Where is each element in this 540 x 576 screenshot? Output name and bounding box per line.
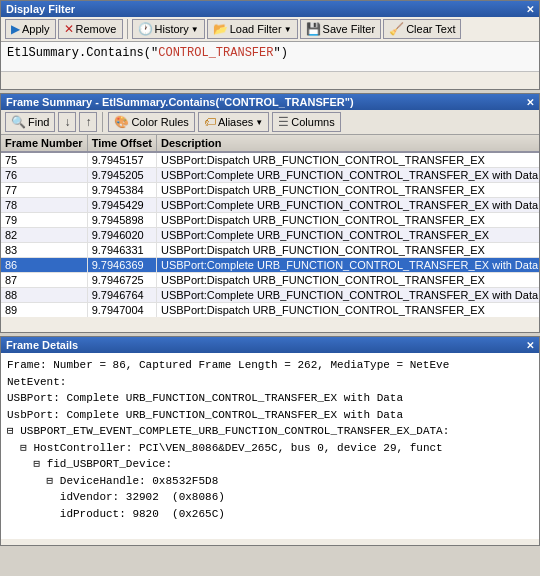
table-cell: 9.7947004 [87, 303, 156, 318]
table-row[interactable]: 779.7945384USBPort:Dispatch URB_FUNCTION… [1, 183, 539, 198]
history-dropdown-arrow: ▼ [191, 25, 199, 34]
sort-up-icon: ↑ [85, 115, 91, 129]
display-filter-label: Display Filter [6, 3, 75, 15]
frame-table-body: 759.7945157USBPort:Dispatch URB_FUNCTION… [1, 152, 539, 317]
table-row[interactable]: 799.7945898USBPort:Dispatch URB_FUNCTION… [1, 213, 539, 228]
table-cell: 75 [1, 152, 87, 168]
remove-icon: ✕ [64, 22, 74, 36]
table-cell: USBPort:Dispatch URB_FUNCTION_CONTROL_TR… [156, 213, 539, 228]
details-line: ⊟ HostController: PCI\VEN_8086&DEV_265C,… [7, 440, 533, 457]
table-cell: 9.7945429 [87, 198, 156, 213]
table-row[interactable]: 869.7946369USBPort:Complete URB_FUNCTION… [1, 258, 539, 273]
columns-icon: ☰ [278, 115, 289, 129]
sort-down-icon: ↓ [64, 115, 70, 129]
frame-summary-panel: Frame Summary - EtlSummary.Contains("CON… [0, 93, 540, 333]
table-cell: USBPort:Dispatch URB_FUNCTION_CONTROL_TR… [156, 273, 539, 288]
apply-icon: ▶ [11, 22, 20, 36]
table-cell: USBPort:Dispatch URB_FUNCTION_CONTROL_TR… [156, 183, 539, 198]
details-line: NetEvent: [7, 374, 533, 391]
table-cell: USBPort:Complete URB_FUNCTION_CONTROL_TR… [156, 258, 539, 273]
details-line: idVendor: 32902 (0x8086) [7, 489, 533, 506]
table-row[interactable]: 839.7946331USBPort:Dispatch URB_FUNCTION… [1, 243, 539, 258]
filter-input-area[interactable]: EtlSummary.Contains("CONTROL_TRANSFER") [1, 42, 539, 72]
table-cell: 76 [1, 168, 87, 183]
find-button[interactable]: 🔍 Find [5, 112, 55, 132]
table-row[interactable]: 899.7947004USBPort:Dispatch URB_FUNCTION… [1, 303, 539, 318]
table-cell: USBPort:Dispatch URB_FUNCTION_CONTROL_TR… [156, 243, 539, 258]
aliases-icon: 🏷 [204, 115, 216, 129]
display-filter-close[interactable]: ✕ [526, 4, 534, 15]
col-frame-number[interactable]: Frame Number [1, 135, 87, 152]
history-button[interactable]: 🕐 History ▼ [132, 19, 205, 39]
sort-up-button[interactable]: ↑ [79, 112, 97, 132]
columns-button[interactable]: ☰ Columns [272, 112, 340, 132]
details-line: USBPort: Complete URB_FUNCTION_CONTROL_T… [7, 390, 533, 407]
table-cell: 9.7945157 [87, 152, 156, 168]
details-line: Frame: Number = 86, Captured Frame Lengt… [7, 357, 533, 374]
sort-down-button[interactable]: ↓ [58, 112, 76, 132]
table-cell: 78 [1, 198, 87, 213]
table-cell: 9.7945384 [87, 183, 156, 198]
table-cell: 9.7946764 [87, 288, 156, 303]
table-header-row: Frame Number Time Offset Description [1, 135, 539, 152]
frame-details-panel: Frame Details ✕ Frame: Number = 86, Capt… [0, 336, 540, 546]
table-cell: 9.7945205 [87, 168, 156, 183]
aliases-dropdown-arrow: ▼ [255, 118, 263, 127]
filter-highlight: CONTROL_TRANSFER [158, 46, 273, 60]
frame-details-title: Frame Details ✕ [1, 337, 539, 353]
display-filter-panel: Display Filter ✕ ▶ Apply ✕ Remove 🕐 Hist… [0, 0, 540, 90]
table-row[interactable]: 769.7945205USBPort:Complete URB_FUNCTION… [1, 168, 539, 183]
table-cell: USBPort:Complete URB_FUNCTION_CONTROL_TR… [156, 198, 539, 213]
summary-toolbar: 🔍 Find ↓ ↑ 🎨 Color Rules 🏷 Aliases ▼ ☰ C… [1, 110, 539, 135]
load-filter-icon: 📂 [213, 22, 228, 36]
table-row[interactable]: 759.7945157USBPort:Dispatch URB_FUNCTION… [1, 152, 539, 168]
col-time-offset[interactable]: Time Offset [87, 135, 156, 152]
apply-button[interactable]: ▶ Apply [5, 19, 56, 39]
table-cell: 83 [1, 243, 87, 258]
table-cell: 87 [1, 273, 87, 288]
details-line: ⊟ fid_USBPORT_Device: [7, 456, 533, 473]
col-description[interactable]: Description [156, 135, 539, 152]
color-rules-icon: 🎨 [114, 115, 129, 129]
table-cell: USBPort:Complete URB_FUNCTION_CONTROL_TR… [156, 168, 539, 183]
table-row[interactable]: 789.7945429USBPort:Complete URB_FUNCTION… [1, 198, 539, 213]
table-cell: 9.7946331 [87, 243, 156, 258]
sep1 [127, 19, 128, 39]
table-cell: 88 [1, 288, 87, 303]
table-cell: USBPort:Complete URB_FUNCTION_CONTROL_TR… [156, 228, 539, 243]
frame-details-content: Frame: Number = 86, Captured Frame Lengt… [1, 353, 539, 539]
details-line: ⊟ DeviceHandle: 0x8532F5D8 [7, 473, 533, 490]
table-cell: 9.7946369 [87, 258, 156, 273]
aliases-button[interactable]: 🏷 Aliases ▼ [198, 112, 269, 132]
table-row[interactable]: 889.7946764USBPort:Complete URB_FUNCTION… [1, 288, 539, 303]
table-cell: 86 [1, 258, 87, 273]
frame-summary-label: Frame Summary - EtlSummary.Contains("CON… [6, 96, 354, 108]
load-filter-button[interactable]: 📂 Load Filter ▼ [207, 19, 298, 39]
sep2 [102, 112, 103, 132]
table-cell: 9.7946020 [87, 228, 156, 243]
display-filter-toolbar: ▶ Apply ✕ Remove 🕐 History ▼ 📂 Load Filt… [1, 17, 539, 42]
find-icon: 🔍 [11, 115, 26, 129]
clear-text-button[interactable]: 🧹 Clear Text [383, 19, 461, 39]
table-cell: 77 [1, 183, 87, 198]
color-rules-button[interactable]: 🎨 Color Rules [108, 112, 194, 132]
remove-button[interactable]: ✕ Remove [58, 19, 123, 39]
save-filter-button[interactable]: 💾 Save Filter [300, 19, 382, 39]
frame-table: Frame Number Time Offset Description 759… [1, 135, 539, 317]
frame-summary-title: Frame Summary - EtlSummary.Contains("CON… [1, 94, 539, 110]
frame-table-container: Frame Number Time Offset Description 759… [1, 135, 539, 317]
table-cell: 9.7946725 [87, 273, 156, 288]
table-row[interactable]: 829.7946020USBPort:Complete URB_FUNCTION… [1, 228, 539, 243]
clear-text-icon: 🧹 [389, 22, 404, 36]
table-cell: USBPort:Complete URB_FUNCTION_CONTROL_TR… [156, 288, 539, 303]
table-cell: 9.7945898 [87, 213, 156, 228]
history-icon: 🕐 [138, 22, 153, 36]
frame-details-close[interactable]: ✕ [526, 340, 534, 351]
frame-summary-close[interactable]: ✕ [526, 97, 534, 108]
table-cell: 79 [1, 213, 87, 228]
load-dropdown-arrow: ▼ [284, 25, 292, 34]
table-cell: USBPort:Dispatch URB_FUNCTION_CONTROL_TR… [156, 303, 539, 318]
details-line: idProduct: 9820 (0x265C) [7, 506, 533, 523]
table-row[interactable]: 879.7946725USBPort:Dispatch URB_FUNCTION… [1, 273, 539, 288]
table-cell: 89 [1, 303, 87, 318]
